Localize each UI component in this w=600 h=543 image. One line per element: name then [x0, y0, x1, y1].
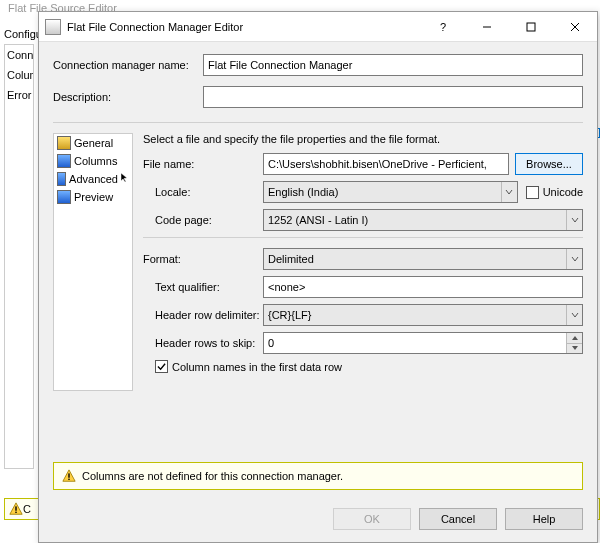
nav-list: General Columns Advanced Preview — [53, 133, 133, 391]
textq-label: Text qualifier: — [143, 281, 263, 293]
format-select[interactable]: Delimited — [263, 248, 583, 270]
filename-input[interactable]: C:\Users\shobhit.bisen\OneDrive - Perfic… — [263, 153, 509, 175]
svg-rect-5 — [527, 23, 535, 31]
codepage-select[interactable]: 1252 (ANSI - Latin I) — [263, 209, 583, 231]
general-icon — [57, 136, 71, 150]
separator — [53, 122, 583, 123]
columns-icon — [57, 154, 71, 168]
help-button[interactable]: Help — [505, 508, 583, 530]
locale-value: English (India) — [268, 186, 338, 198]
nav-label: General — [74, 137, 113, 149]
chevron-down-icon — [566, 210, 582, 230]
button-bar: OK Cancel Help — [53, 500, 583, 542]
locale-select[interactable]: English (India) — [263, 181, 518, 203]
separator — [143, 237, 583, 238]
nav-columns[interactable]: Columns — [54, 152, 132, 170]
cancel-button[interactable]: Cancel — [419, 508, 497, 530]
codepage-value: 1252 (ANSI - Latin I) — [268, 214, 368, 226]
chevron-down-icon — [501, 182, 517, 202]
check-icon — [157, 362, 166, 371]
chevron-down-icon — [566, 305, 582, 325]
minimize-button[interactable] — [465, 12, 509, 42]
hskip-value: 0 — [268, 337, 274, 349]
unicode-checkbox[interactable] — [526, 186, 539, 199]
svg-text:?: ? — [440, 22, 446, 32]
conn-name-input[interactable]: Flat File Connection Manager — [203, 54, 583, 76]
bg-item: Conne — [5, 45, 33, 65]
properties-panel: Select a file and specify the file prope… — [143, 133, 583, 456]
browse-button[interactable]: Browse... — [515, 153, 583, 175]
bg-sidebar: Conne Colum Error C — [4, 44, 34, 469]
warning-icon — [9, 502, 23, 516]
svg-rect-2 — [15, 512, 16, 513]
format-value: Delimited — [268, 253, 314, 265]
locale-label: Locale: — [143, 186, 263, 198]
maximize-button[interactable] — [509, 12, 553, 42]
app-icon — [45, 19, 61, 35]
hskip-input[interactable]: 0 — [263, 332, 583, 354]
spinner-down-icon[interactable] — [567, 344, 582, 354]
colnames-checkbox[interactable] — [155, 360, 168, 373]
description-input[interactable] — [203, 86, 583, 108]
nav-label: Advanced — [69, 173, 118, 185]
format-label: Format: — [143, 253, 263, 265]
hrd-label: Header row delimiter: — [143, 309, 263, 321]
panel-instruction: Select a file and specify the file prope… — [143, 133, 583, 145]
warning-text: Columns are not defined for this connect… — [82, 470, 343, 482]
svg-rect-10 — [68, 479, 69, 480]
description-label: Description: — [53, 91, 203, 103]
unicode-label: Unicode — [543, 186, 583, 198]
hrd-value: {CR}{LF} — [268, 309, 311, 321]
nav-label: Preview — [74, 191, 113, 203]
bg-item: Error C — [5, 85, 33, 105]
colnames-label: Column names in the first data row — [172, 361, 342, 373]
close-button[interactable] — [553, 12, 597, 42]
advanced-icon — [57, 172, 66, 186]
warning-bar: Columns are not defined for this connect… — [53, 462, 583, 490]
nav-label: Columns — [74, 155, 117, 167]
cursor-icon — [121, 173, 129, 185]
preview-icon — [57, 190, 71, 204]
nav-general[interactable]: General — [54, 134, 132, 152]
chevron-down-icon — [566, 249, 582, 269]
help-button[interactable]: ? — [421, 12, 465, 42]
nav-advanced[interactable]: Advanced — [54, 170, 132, 188]
svg-rect-1 — [15, 506, 16, 510]
codepage-label: Code page: — [143, 214, 263, 226]
spinner-up-icon[interactable] — [567, 333, 582, 344]
textq-input[interactable]: <none> — [263, 276, 583, 298]
spinner[interactable] — [566, 333, 582, 353]
svg-rect-9 — [68, 473, 69, 477]
conn-name-label: Connection manager name: — [53, 59, 203, 71]
titlebar: Flat File Connection Manager Editor ? — [39, 12, 597, 42]
bg-item: Colum — [5, 65, 33, 85]
filename-label: File name: — [143, 158, 263, 170]
nav-preview[interactable]: Preview — [54, 188, 132, 206]
hrd-select[interactable]: {CR}{LF} — [263, 304, 583, 326]
dialog-title: Flat File Connection Manager Editor — [67, 21, 421, 33]
bg-warning-text: C — [23, 503, 31, 515]
warning-icon — [62, 469, 76, 483]
hskip-label: Header rows to skip: — [143, 337, 263, 349]
ok-button: OK — [333, 508, 411, 530]
connection-manager-dialog: Flat File Connection Manager Editor ? Co… — [38, 11, 598, 543]
